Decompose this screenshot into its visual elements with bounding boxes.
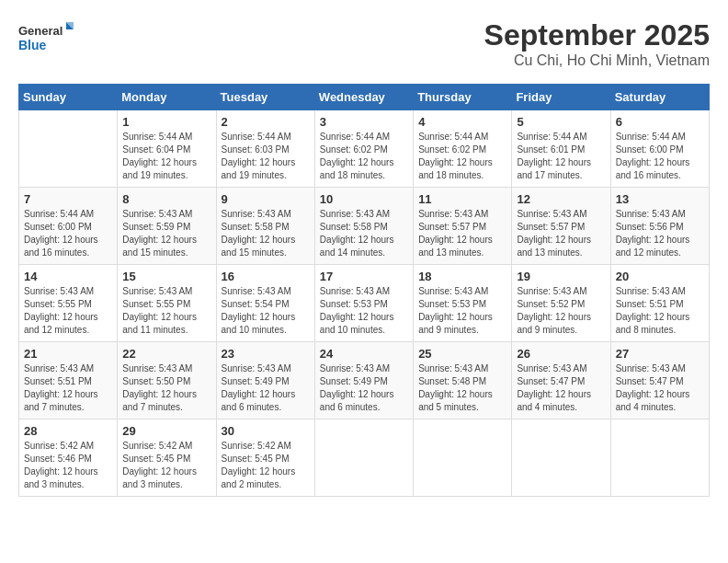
cell-content: Sunrise: 5:44 AM Sunset: 6:03 PM Dayligh… [222,131,310,182]
date-number: 14 [24,270,112,283]
cell-content: Sunrise: 5:44 AM Sunset: 6:00 PM Dayligh… [616,131,704,182]
cell-content: Sunrise: 5:43 AM Sunset: 5:53 PM Dayligh… [320,285,408,337]
date-number: 16 [222,270,310,283]
logo-svg: General Blue [18,18,74,59]
cell-content: Sunrise: 5:44 AM Sunset: 6:02 PM Dayligh… [320,131,408,182]
calendar-cell [610,419,709,497]
calendar-cell: 24Sunrise: 5:43 AM Sunset: 5:49 PM Dayli… [314,342,413,419]
calendar-cell: 30Sunrise: 5:42 AM Sunset: 5:45 PM Dayli… [216,419,314,497]
cell-content: Sunrise: 5:43 AM Sunset: 5:52 PM Dayligh… [517,285,605,337]
calendar-cell: 3Sunrise: 5:44 AM Sunset: 6:02 PM Daylig… [314,110,413,188]
date-number: 25 [418,347,506,361]
calendar-week-row: 1Sunrise: 5:44 AM Sunset: 6:04 PM Daylig… [19,110,710,188]
calendar-cell: 6Sunrise: 5:44 AM Sunset: 6:00 PM Daylig… [610,110,709,188]
calendar-week-row: 7Sunrise: 5:44 AM Sunset: 6:00 PM Daylig… [19,188,710,265]
title-section: September 2025 Cu Chi, Ho Chi Minh, Viet… [484,18,710,69]
date-number: 4 [418,115,506,129]
col-friday: Friday [512,85,610,110]
cell-content: Sunrise: 5:43 AM Sunset: 5:51 PM Dayligh… [24,362,112,414]
calendar-cell: 21Sunrise: 5:43 AM Sunset: 5:51 PM Dayli… [19,342,118,419]
date-number: 29 [122,424,210,438]
date-number: 10 [320,192,408,206]
date-number: 19 [517,270,605,283]
svg-text:Blue: Blue [18,38,47,52]
calendar-week-row: 14Sunrise: 5:43 AM Sunset: 5:55 PM Dayli… [19,265,710,342]
date-number: 5 [517,115,605,129]
page-header: General Blue September 2025 Cu Chi, Ho C… [18,18,710,69]
calendar-cell: 11Sunrise: 5:43 AM Sunset: 5:57 PM Dayli… [414,188,512,265]
cell-content: Sunrise: 5:43 AM Sunset: 5:53 PM Dayligh… [418,285,506,337]
calendar-cell: 17Sunrise: 5:43 AM Sunset: 5:53 PM Dayli… [314,265,413,342]
date-number: 12 [517,192,605,206]
cell-content: Sunrise: 5:44 AM Sunset: 6:02 PM Dayligh… [418,131,506,182]
col-wednesday: Wednesday [314,85,413,110]
cell-content: Sunrise: 5:43 AM Sunset: 5:54 PM Dayligh… [222,285,310,337]
calendar-cell: 15Sunrise: 5:43 AM Sunset: 5:55 PM Dayli… [118,265,216,342]
cell-content: Sunrise: 5:43 AM Sunset: 5:48 PM Dayligh… [418,362,506,414]
col-thursday: Thursday [414,85,512,110]
page-subtitle: Cu Chi, Ho Chi Minh, Vietnam [484,52,710,69]
svg-text:General: General [18,24,63,38]
calendar-cell: 25Sunrise: 5:43 AM Sunset: 5:48 PM Dayli… [414,342,512,419]
cell-content: Sunrise: 5:43 AM Sunset: 5:55 PM Dayligh… [122,285,210,337]
date-number: 6 [616,115,704,129]
page-title: September 2025 [484,18,710,52]
cell-content: Sunrise: 5:43 AM Sunset: 5:47 PM Dayligh… [616,362,704,414]
cell-content: Sunrise: 5:42 AM Sunset: 5:46 PM Dayligh… [24,440,112,491]
cell-content: Sunrise: 5:43 AM Sunset: 5:56 PM Dayligh… [616,208,704,259]
date-number: 15 [122,270,210,283]
calendar-cell: 4Sunrise: 5:44 AM Sunset: 6:02 PM Daylig… [414,110,512,188]
date-number: 13 [616,192,704,206]
calendar-cell [414,419,512,497]
cell-content: Sunrise: 5:43 AM Sunset: 5:57 PM Dayligh… [418,208,506,259]
date-number: 23 [222,347,310,361]
calendar-cell: 29Sunrise: 5:42 AM Sunset: 5:45 PM Dayli… [118,419,216,497]
date-number: 26 [517,347,605,361]
cell-content: Sunrise: 5:43 AM Sunset: 5:47 PM Dayligh… [517,362,605,414]
date-number: 11 [418,192,506,206]
date-number: 2 [222,115,310,129]
calendar-cell: 16Sunrise: 5:43 AM Sunset: 5:54 PM Dayli… [216,265,314,342]
calendar-week-row: 21Sunrise: 5:43 AM Sunset: 5:51 PM Dayli… [19,342,710,419]
cell-content: Sunrise: 5:43 AM Sunset: 5:49 PM Dayligh… [222,362,310,414]
calendar-cell: 26Sunrise: 5:43 AM Sunset: 5:47 PM Dayli… [512,342,610,419]
calendar-cell [314,419,413,497]
date-number: 28 [24,424,112,438]
cell-content: Sunrise: 5:43 AM Sunset: 5:55 PM Dayligh… [24,285,112,337]
date-number: 21 [24,347,112,361]
date-number: 9 [222,192,310,206]
calendar-cell: 20Sunrise: 5:43 AM Sunset: 5:51 PM Dayli… [610,265,709,342]
calendar-table: Sunday Monday Tuesday Wednesday Thursday… [18,84,710,497]
calendar-cell: 5Sunrise: 5:44 AM Sunset: 6:01 PM Daylig… [512,110,610,188]
calendar-cell: 9Sunrise: 5:43 AM Sunset: 5:58 PM Daylig… [216,188,314,265]
date-number: 24 [320,347,408,361]
calendar-cell: 18Sunrise: 5:43 AM Sunset: 5:53 PM Dayli… [414,265,512,342]
date-number: 7 [24,192,112,206]
logo: General Blue [18,18,74,59]
cell-content: Sunrise: 5:44 AM Sunset: 6:00 PM Dayligh… [24,208,112,259]
cell-content: Sunrise: 5:43 AM Sunset: 5:57 PM Dayligh… [517,208,605,259]
calendar-cell: 10Sunrise: 5:43 AM Sunset: 5:58 PM Dayli… [314,188,413,265]
cell-content: Sunrise: 5:43 AM Sunset: 5:58 PM Dayligh… [222,208,310,259]
calendar-cell: 12Sunrise: 5:43 AM Sunset: 5:57 PM Dayli… [512,188,610,265]
date-number: 3 [320,115,408,129]
date-number: 30 [222,424,310,438]
col-tuesday: Tuesday [216,85,314,110]
col-monday: Monday [118,85,216,110]
calendar-cell [19,110,118,188]
date-number: 18 [418,270,506,283]
date-number: 20 [616,270,704,283]
cell-content: Sunrise: 5:43 AM Sunset: 5:51 PM Dayligh… [616,285,704,337]
date-number: 17 [320,270,408,283]
cell-content: Sunrise: 5:44 AM Sunset: 6:01 PM Dayligh… [517,131,605,182]
cell-content: Sunrise: 5:44 AM Sunset: 6:04 PM Dayligh… [122,131,210,182]
date-number: 1 [122,115,210,129]
date-number: 22 [122,347,210,361]
date-number: 27 [616,347,704,361]
calendar-cell [512,419,610,497]
date-number: 8 [122,192,210,206]
cell-content: Sunrise: 5:43 AM Sunset: 5:59 PM Dayligh… [122,208,210,259]
calendar-cell: 8Sunrise: 5:43 AM Sunset: 5:59 PM Daylig… [118,188,216,265]
cell-content: Sunrise: 5:43 AM Sunset: 5:50 PM Dayligh… [122,362,210,414]
cell-content: Sunrise: 5:43 AM Sunset: 5:58 PM Dayligh… [320,208,408,259]
